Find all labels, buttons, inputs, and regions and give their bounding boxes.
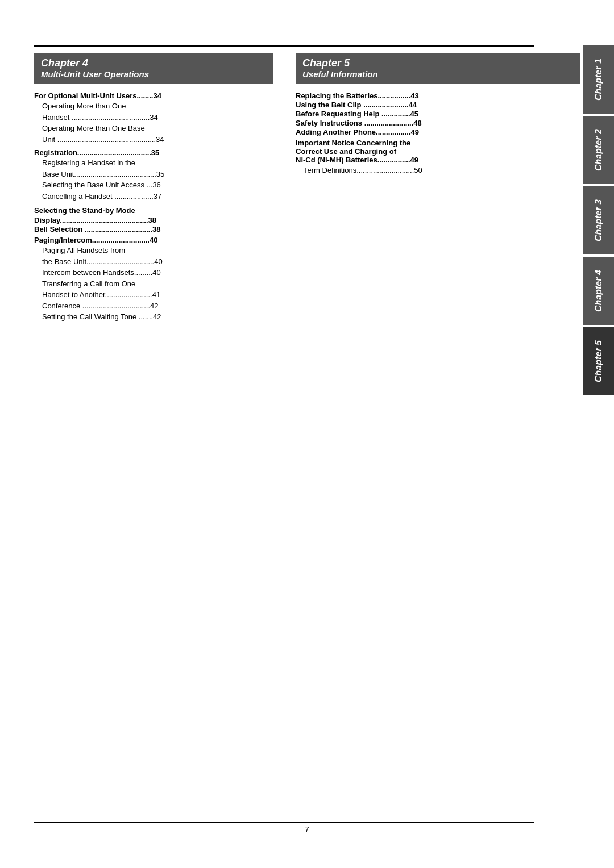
tab-chapter5[interactable]: Chapter 5 xyxy=(583,327,614,395)
entry-requesting-help: Before Requesting Help ..............45 xyxy=(296,110,580,118)
top-rule xyxy=(34,45,534,47)
chapter4-label: Chapter 4 xyxy=(41,57,266,69)
entry-conference: Conference .............................… xyxy=(34,301,273,312)
entry-important-notice: Important Notice Concerning the Correct … xyxy=(296,139,580,164)
entry-registration: Registration............................… xyxy=(34,148,273,157)
chapter4-header: Chapter 4 Multi-Unit User Operations xyxy=(34,53,273,84)
one-handset-line1: Operating More than One xyxy=(42,101,273,112)
entry-bell-selection: Bell Selection .........................… xyxy=(34,225,273,233)
chapter5-subtitle: Useful Information xyxy=(302,69,573,79)
bottom-rule xyxy=(34,822,534,823)
tab-chapter1[interactable]: Chapter 1 xyxy=(583,45,614,114)
entry-registering-handset: Registering a Handset in the Base Unit..… xyxy=(34,157,273,180)
tab-sidebar: Chapter 1 Chapter 2 Chapter 3 Chapter 4 … xyxy=(583,45,614,398)
base-unit-line2: Unit ...................................… xyxy=(42,134,273,145)
entry-batteries: Replacing the Batteries................4… xyxy=(296,91,580,100)
entry-belt-clip: Using the Belt Clip ....................… xyxy=(296,101,580,109)
entry-paging-all: Paging All Handsets from the Base Unit..… xyxy=(34,245,273,267)
tab-chapter3[interactable]: Chapter 3 xyxy=(583,186,614,254)
tab-chapter4[interactable]: Chapter 4 xyxy=(583,257,614,325)
entry-standby-mode: Selecting the Stand-by Mode xyxy=(34,206,273,215)
chapter5-label: Chapter 5 xyxy=(302,57,573,69)
entry-one-handset: Operating More than One Handset ........… xyxy=(34,101,273,123)
columns-wrapper: Chapter 4 Multi-Unit User Operations For… xyxy=(34,53,580,323)
entry-intercom: Intercom between Handsets.........40 xyxy=(34,267,273,278)
entry-transferring: Transferring a Call from One Handset to … xyxy=(34,278,273,301)
entry-paging-intercom: Paging/Intercom.........................… xyxy=(34,236,273,244)
entry-safety: Safety Instructions ....................… xyxy=(296,119,580,127)
chapter5-header: Chapter 5 Useful Information xyxy=(296,53,580,84)
entry-call-waiting: Setting the Call Waiting Tone .......42 xyxy=(34,311,273,323)
optional-users-label: For Optional Multi-Unit Users........34 xyxy=(34,91,161,100)
chapter4-subtitle: Multi-Unit User Operations xyxy=(41,69,266,79)
entry-base-unit: Operating More than One Base Unit ......… xyxy=(34,123,273,145)
entry-base-unit-access: Selecting the Base Unit Access ...36 xyxy=(34,180,273,191)
page-container: Chapter 4 Multi-Unit User Operations For… xyxy=(0,0,614,868)
entry-adding-phone: Adding Another Phone.................49 xyxy=(296,128,580,136)
tab-chapter2[interactable]: Chapter 2 xyxy=(583,116,614,184)
entry-optional-users: For Optional Multi-Unit Users........34 xyxy=(34,91,273,100)
entry-term-definitions: Term Definitions........................… xyxy=(296,165,580,176)
chapter4-column: Chapter 4 Multi-Unit User Operations For… xyxy=(34,53,273,323)
page-number: 7 xyxy=(305,825,309,834)
entry-display: Display.................................… xyxy=(34,216,273,224)
entry-cancel-handset: Cancelling a Handset ...................… xyxy=(34,191,273,202)
base-unit-line1: Operating More than One Base xyxy=(42,123,273,134)
chapter5-column: Chapter 5 Useful Information Replacing t… xyxy=(296,53,580,323)
one-handset-line2: Handset ................................… xyxy=(42,112,273,123)
